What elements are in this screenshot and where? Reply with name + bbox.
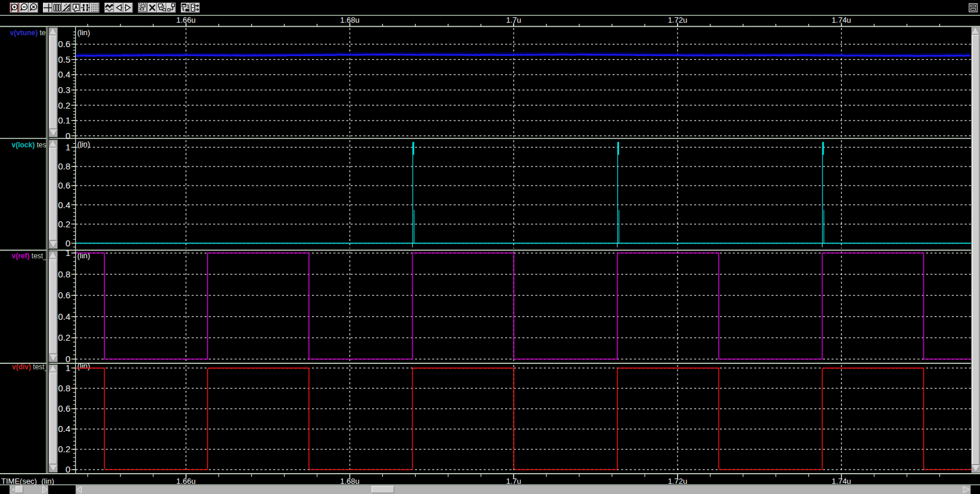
svg-text:0.8: 0.8 (58, 161, 70, 171)
svg-text:0.6: 0.6 (58, 39, 70, 49)
svg-text:0.2: 0.2 (58, 100, 70, 110)
svg-text:(lin): (lin) (78, 362, 91, 370)
svg-text:(lin): (lin) (78, 251, 91, 260)
svg-text:1.66u: 1.66u (177, 477, 196, 486)
svg-text:0: 0 (66, 238, 70, 248)
svg-text:v(lock) tes: v(lock) tes (12, 141, 47, 149)
svg-text:1.74u: 1.74u (831, 16, 851, 24)
svg-text:1.74u: 1.74u (831, 477, 851, 486)
svg-text:1.7u: 1.7u (506, 16, 521, 24)
svg-text:0.6: 0.6 (58, 290, 70, 300)
svg-text:1.7u: 1.7u (506, 477, 521, 486)
svg-text:1.72u: 1.72u (668, 477, 688, 486)
svg-text:0.5: 0.5 (58, 54, 70, 64)
svg-text:0.4: 0.4 (58, 200, 70, 210)
svg-text:1.72u: 1.72u (668, 16, 688, 24)
svg-text:1.68u: 1.68u (340, 477, 360, 486)
svg-text:0.4: 0.4 (58, 424, 70, 434)
svg-text:v(div) test_: v(div) test_ (12, 363, 49, 371)
svg-text:(lin): (lin) (78, 28, 91, 37)
svg-text:v(vtune) te: v(vtune) te (10, 29, 46, 37)
svg-text:v(ref) test_: v(ref) test_ (12, 252, 48, 260)
svg-text:0.2: 0.2 (58, 219, 70, 229)
svg-text:1.68u: 1.68u (340, 16, 360, 24)
svg-text:0.6: 0.6 (58, 403, 70, 413)
svg-text:0.3: 0.3 (58, 85, 70, 95)
svg-text:0: 0 (66, 464, 70, 474)
svg-text:0.8: 0.8 (58, 269, 70, 279)
svg-text:TIME(sec) (lin): TIME(sec) (lin) (1, 477, 54, 486)
svg-text:0.1: 0.1 (58, 115, 70, 125)
svg-text:1: 1 (66, 248, 70, 258)
svg-text:0.6: 0.6 (58, 180, 70, 190)
svg-text:0.8: 0.8 (58, 383, 70, 393)
svg-text:0.4: 0.4 (58, 311, 70, 322)
svg-text:1: 1 (66, 142, 70, 152)
svg-text:1.66u: 1.66u (177, 16, 196, 24)
svg-text:0.4: 0.4 (58, 69, 70, 79)
svg-text:0: 0 (66, 131, 70, 141)
svg-text:0.2: 0.2 (58, 332, 70, 342)
svg-text:0.2: 0.2 (58, 444, 70, 454)
svg-text:1: 1 (66, 363, 70, 373)
svg-text:(lin): (lin) (78, 140, 91, 149)
